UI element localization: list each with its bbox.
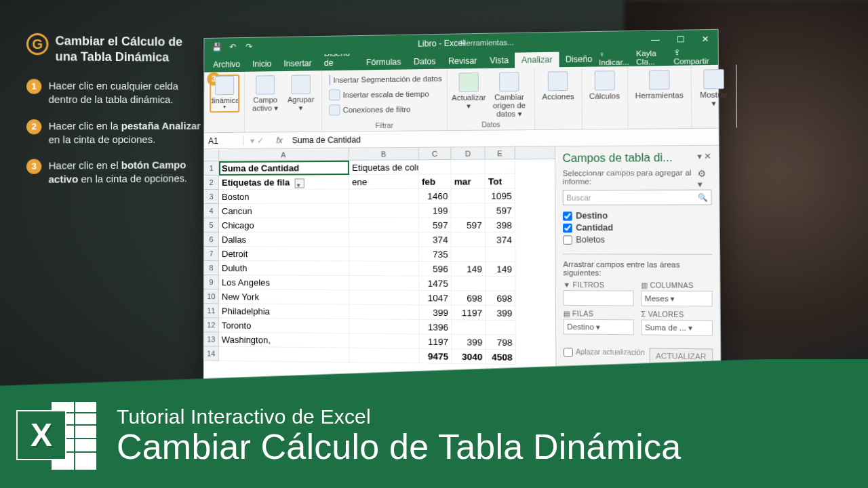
actions-button[interactable]: Acciones bbox=[540, 70, 576, 102]
cell[interactable]: Detroit bbox=[219, 247, 349, 262]
cell[interactable]: 1396 bbox=[419, 320, 452, 335]
cell[interactable]: Duluth bbox=[219, 261, 349, 276]
cell[interactable] bbox=[349, 276, 419, 291]
cell[interactable]: mar bbox=[452, 174, 486, 189]
undo-icon[interactable]: ↶ bbox=[226, 40, 239, 54]
cell[interactable]: 1095 bbox=[486, 188, 515, 203]
save-icon[interactable]: 💾 bbox=[210, 40, 223, 54]
name-box[interactable]: A1 bbox=[204, 136, 243, 145]
cell[interactable] bbox=[452, 232, 486, 247]
user-label[interactable]: Kayla Cla... bbox=[636, 49, 666, 66]
field-checkbox[interactable]: Boletos bbox=[563, 235, 712, 245]
col-header-d[interactable]: D bbox=[451, 147, 485, 159]
cell[interactable] bbox=[349, 290, 419, 305]
cell[interactable] bbox=[486, 277, 515, 291]
cell[interactable] bbox=[452, 320, 486, 335]
cell[interactable]: Toronto bbox=[219, 318, 349, 333]
row-header[interactable]: 4 bbox=[204, 204, 219, 218]
refresh-button[interactable]: Actualizar ▾ bbox=[453, 71, 484, 112]
maximize-icon[interactable]: ☐ bbox=[668, 30, 693, 49]
row-header[interactable]: 11 bbox=[204, 304, 219, 318]
fx-icon[interactable]: fx bbox=[271, 136, 288, 145]
cell[interactable]: Cancun bbox=[219, 204, 349, 218]
cell[interactable]: Etiquetas de columna bbox=[349, 160, 419, 175]
cell[interactable]: feb bbox=[419, 174, 452, 189]
cell[interactable] bbox=[349, 333, 419, 349]
cell[interactable] bbox=[452, 160, 486, 175]
row-header[interactable]: 6 bbox=[204, 232, 219, 247]
ribbon-tab-archivo[interactable]: Archivo bbox=[207, 57, 246, 73]
field-checkbox[interactable]: Destino bbox=[563, 211, 712, 221]
cell[interactable] bbox=[349, 189, 419, 204]
close-icon[interactable]: ✕ bbox=[692, 30, 717, 49]
cell[interactable] bbox=[486, 321, 515, 336]
cell[interactable] bbox=[452, 189, 486, 204]
gear-icon[interactable]: ⚙ ▾ bbox=[697, 168, 711, 189]
cell[interactable] bbox=[419, 160, 452, 175]
row-header[interactable]: 12 bbox=[204, 318, 219, 332]
cell[interactable] bbox=[452, 277, 486, 291]
row-header[interactable]: 1 bbox=[204, 161, 219, 176]
cell[interactable]: 735 bbox=[419, 247, 452, 262]
cell[interactable]: New York bbox=[219, 289, 349, 304]
cell[interactable]: Tot bbox=[486, 174, 515, 189]
cell[interactable] bbox=[349, 232, 419, 247]
cell[interactable]: 199 bbox=[419, 203, 452, 218]
cell[interactable]: 149 bbox=[486, 262, 515, 277]
cell[interactable]: 399 bbox=[486, 306, 515, 321]
ribbon-tab-revisar[interactable]: Revisar bbox=[442, 53, 484, 68]
ribbon-tab-vista[interactable]: Vista bbox=[484, 53, 515, 68]
cell[interactable]: 698 bbox=[486, 291, 515, 306]
cell[interactable]: 398 bbox=[486, 218, 515, 233]
cell[interactable] bbox=[349, 262, 419, 277]
cell[interactable]: 374 bbox=[486, 232, 515, 247]
cell[interactable]: Boston bbox=[219, 189, 349, 204]
show-button[interactable]: Mostrar ▾ bbox=[697, 68, 730, 109]
cell[interactable] bbox=[486, 159, 515, 174]
cell[interactable] bbox=[349, 203, 419, 218]
field-checkbox[interactable]: Cantidad bbox=[563, 223, 712, 233]
col-header-e[interactable]: E bbox=[486, 147, 515, 159]
row-header[interactable]: 10 bbox=[204, 289, 219, 304]
cell[interactable] bbox=[349, 319, 419, 334]
select-all-corner[interactable] bbox=[204, 149, 219, 161]
cell[interactable]: 1047 bbox=[419, 291, 452, 306]
cell[interactable] bbox=[349, 305, 419, 320]
cell[interactable]: Chicago bbox=[219, 218, 349, 232]
cell[interactable]: 399 bbox=[452, 335, 486, 350]
row-header[interactable]: 2 bbox=[204, 176, 219, 190]
close-pane-icon[interactable]: ▾ ✕ bbox=[697, 151, 711, 161]
formula-value[interactable]: Suma de Cantidad bbox=[288, 135, 365, 145]
filter-item[interactable]: Insertar escala de tiempo bbox=[328, 87, 441, 102]
cell[interactable] bbox=[486, 247, 515, 262]
cell[interactable]: 1475 bbox=[419, 276, 452, 291]
cell[interactable] bbox=[349, 218, 419, 232]
cell[interactable] bbox=[349, 247, 419, 262]
row-header[interactable]: 9 bbox=[204, 275, 219, 289]
row-header[interactable]: 7 bbox=[204, 247, 219, 261]
columns-drop[interactable]: Meses ▾ bbox=[641, 291, 713, 307]
ribbon-tab-fórmulas[interactable]: Fórmulas bbox=[360, 54, 408, 70]
row-header[interactable]: 8 bbox=[204, 261, 219, 275]
row-header[interactable]: 5 bbox=[204, 218, 219, 232]
cell[interactable]: 149 bbox=[452, 262, 486, 277]
cell[interactable]: Etiquetas de fila bbox=[219, 175, 349, 190]
calc-button[interactable]: Cálculos bbox=[588, 69, 622, 102]
col-header-a[interactable]: A bbox=[219, 148, 349, 161]
cell[interactable]: Washington, bbox=[219, 332, 350, 348]
minimize-icon[interactable]: — bbox=[643, 30, 668, 49]
cell[interactable]: 597 bbox=[452, 218, 486, 233]
col-header-b[interactable]: B bbox=[349, 148, 419, 160]
share-button[interactable]: ⇪ Compartir bbox=[673, 47, 709, 66]
cell[interactable]: 1460 bbox=[419, 189, 452, 204]
row-header[interactable]: 3 bbox=[204, 190, 219, 204]
ribbon-tab-datos[interactable]: Datos bbox=[408, 54, 442, 69]
values-drop[interactable]: Suma de ... ▾ bbox=[641, 319, 713, 336]
ribbon-tab-inicio[interactable]: Inicio bbox=[246, 56, 277, 72]
row-header[interactable]: 13 bbox=[204, 332, 219, 346]
cell[interactable]: Dallas bbox=[219, 232, 349, 247]
tools-button[interactable]: Herramientas bbox=[633, 68, 685, 102]
cell[interactable]: Suma de Cantidad bbox=[219, 161, 349, 176]
cell[interactable]: 596 bbox=[419, 262, 452, 277]
rows-drop[interactable]: Destino ▾ bbox=[564, 319, 634, 336]
